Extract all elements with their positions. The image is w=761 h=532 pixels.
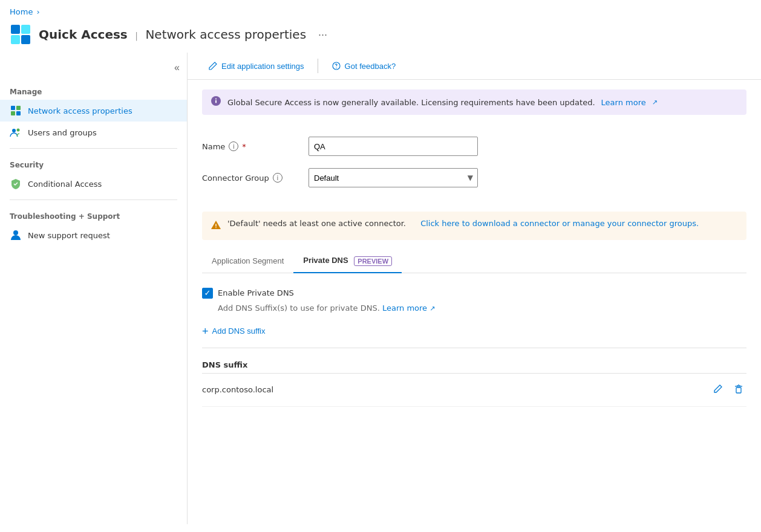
private-dns-tab-content: ✓ Enable Private DNS Add DNS Suffix(s) t…	[188, 273, 761, 421]
sidebar-item-network-access[interactable]: Network access properties	[0, 100, 187, 122]
connector-group-select-wrapper: Default ▼	[309, 168, 478, 187]
dns-table-divider	[202, 348, 746, 348]
dns-entry-value: corp.contoso.local	[202, 385, 710, 394]
shield-icon	[10, 178, 22, 190]
grid-icon	[10, 105, 22, 117]
connector-group-select[interactable]: Default	[309, 168, 478, 187]
enable-dns-checkbox[interactable]: ✓	[202, 288, 213, 299]
preview-badge: PREVIEW	[354, 256, 392, 266]
dns-description: Add DNS Suffix(s) to use for private DNS…	[218, 303, 746, 313]
tab-private-dns[interactable]: Private DNS PREVIEW	[293, 250, 402, 273]
name-row: Name i *	[202, 137, 746, 156]
tab-application-segment[interactable]: Application Segment	[202, 250, 293, 273]
info-banner-text: Global Secure Access is now generally av…	[227, 98, 595, 107]
svg-rect-19	[736, 388, 741, 393]
enable-dns-checkbox-row: ✓ Enable Private DNS	[202, 288, 746, 299]
svg-rect-7	[16, 111, 21, 115]
info-banner-icon	[211, 96, 221, 109]
person-icon	[10, 229, 22, 241]
svg-rect-15	[215, 100, 217, 103]
enable-dns-label: Enable Private DNS	[218, 288, 294, 297]
sidebar-item-new-support[interactable]: New support request	[0, 224, 187, 246]
svg-point-14	[215, 99, 217, 100]
name-required-star: *	[242, 142, 246, 151]
svg-rect-6	[11, 111, 15, 115]
breadcrumb: Home ›	[0, 0, 761, 19]
edit-icon	[208, 61, 218, 71]
sidebar-divider-security	[10, 148, 177, 149]
warning-banner: 'Default' needs at least one active conn…	[202, 212, 746, 240]
dns-edit-button[interactable]	[710, 381, 726, 399]
users-icon	[10, 126, 22, 138]
svg-rect-0	[11, 25, 20, 34]
warning-text: 'Default' needs at least one active conn…	[227, 219, 406, 228]
sidebar-collapse-button[interactable]: «	[172, 60, 182, 76]
page-title: Quick Access | Network access properties	[39, 27, 306, 42]
sidebar-item-new-support-label: New support request	[28, 231, 110, 240]
sidebar-item-network-access-label: Network access properties	[28, 106, 132, 115]
connector-group-row: Connector Group i Default ▼	[202, 168, 746, 187]
svg-rect-3	[21, 35, 30, 44]
svg-rect-5	[16, 106, 21, 110]
svg-point-10	[13, 230, 18, 235]
tabs: Application Segment Private DNS PREVIEW	[202, 250, 746, 273]
sidebar: « Manage Network access properties Users…	[0, 53, 188, 524]
sidebar-item-users-groups-label: Users and groups	[28, 128, 97, 137]
add-dns-suffix-button[interactable]: + Add DNS suffix	[202, 322, 265, 340]
svg-rect-1	[21, 25, 30, 34]
toolbar-separator	[318, 59, 318, 73]
ellipsis-button[interactable]: ···	[313, 26, 332, 44]
svg-rect-4	[11, 106, 15, 110]
breadcrumb-sep: ›	[36, 7, 39, 16]
external-link-icon: ↗	[652, 99, 658, 106]
table-row: corp.contoso.local	[202, 374, 746, 407]
checkmark-icon: ✓	[204, 288, 211, 297]
svg-point-8	[12, 129, 16, 132]
dns-learn-more-link[interactable]: Learn more	[382, 303, 427, 313]
info-banner: Global Secure Access is now generally av…	[202, 89, 746, 115]
main-content: Edit application settings Got feedback?	[188, 53, 761, 524]
troubleshooting-label: Troubleshooting + Support	[0, 205, 187, 224]
security-label: Security	[0, 154, 187, 173]
sidebar-item-conditional-access[interactable]: Conditional Access	[0, 173, 187, 195]
dns-learn-more-external-icon: ↗	[429, 305, 435, 313]
svg-rect-16	[215, 224, 216, 227]
warning-link[interactable]: Click here to download a connector or ma…	[420, 219, 699, 228]
sidebar-item-conditional-access-label: Conditional Access	[28, 180, 102, 189]
name-info-icon: i	[229, 141, 238, 151]
feedback-icon	[332, 61, 341, 71]
edit-settings-button[interactable]: Edit application settings	[202, 57, 310, 74]
toolbar: Edit application settings Got feedback?	[188, 53, 761, 80]
feedback-button[interactable]: Got feedback?	[325, 57, 402, 74]
warning-icon	[211, 219, 221, 233]
svg-rect-2	[11, 35, 20, 44]
layout: « Manage Network access properties Users…	[0, 53, 761, 524]
info-banner-link[interactable]: Learn more	[601, 98, 646, 107]
connector-group-label: Connector Group i	[202, 173, 299, 183]
sidebar-item-users-groups[interactable]: Users and groups	[0, 122, 187, 143]
form-section: Name i * Connector Group i Default ▼	[188, 125, 761, 212]
dns-entry-actions	[710, 381, 746, 399]
name-input[interactable]	[309, 137, 478, 156]
svg-point-12	[336, 68, 336, 68]
sidebar-collapse-area: «	[0, 57, 187, 80]
name-label: Name i *	[202, 141, 299, 151]
connector-group-info-icon: i	[273, 173, 283, 183]
app-icon	[10, 24, 31, 45]
breadcrumb-home[interactable]: Home	[10, 7, 33, 16]
dns-delete-button[interactable]	[731, 381, 746, 399]
page-header: Quick Access | Network access properties…	[0, 19, 761, 53]
manage-label: Manage	[0, 80, 187, 100]
dns-table-header: DNS suffix	[202, 355, 746, 374]
svg-point-9	[17, 129, 20, 132]
svg-point-17	[215, 227, 217, 229]
sidebar-divider-troubleshooting	[10, 199, 177, 200]
dns-table: DNS suffix corp.contoso.local	[202, 355, 746, 407]
plus-icon: +	[202, 326, 209, 337]
